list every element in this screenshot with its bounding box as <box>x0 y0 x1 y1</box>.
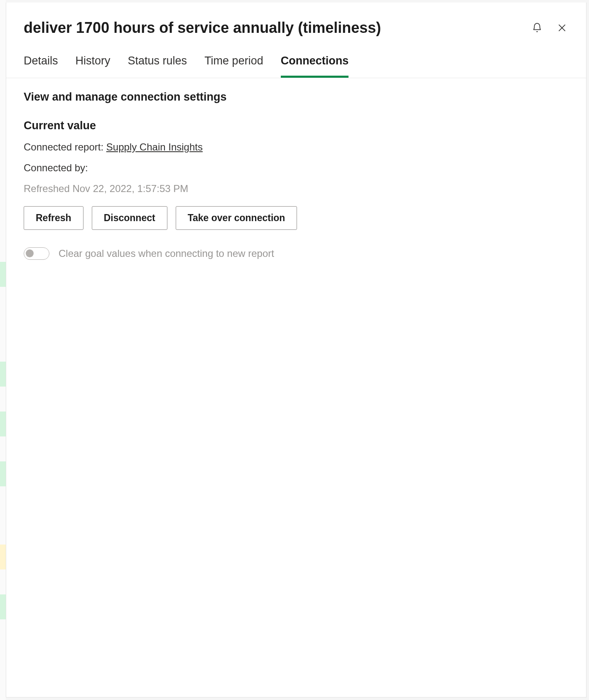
connected-report-link[interactable]: Supply Chain Insights <box>106 141 203 153</box>
connections-content: View and manage connection settings Curr… <box>6 78 586 697</box>
tab-history[interactable]: History <box>76 54 110 78</box>
refresh-button[interactable]: Refresh <box>24 206 83 230</box>
take-over-connection-button[interactable]: Take over connection <box>176 206 297 230</box>
button-row: Refresh Disconnect Take over connection <box>24 206 569 230</box>
strip-block <box>0 594 6 619</box>
section-title: View and manage connection settings <box>24 91 569 104</box>
strip-block <box>0 461 6 486</box>
bell-icon <box>532 22 542 33</box>
connected-report-label: Connected report: <box>24 141 106 153</box>
clear-values-toggle-label: Clear goal values when connecting to new… <box>59 248 274 259</box>
panel-title: deliver 1700 hours of service annually (… <box>24 18 381 38</box>
strip-block <box>0 412 6 436</box>
left-color-strip <box>0 0 6 700</box>
strip-block <box>0 362 6 387</box>
panel-header: deliver 1700 hours of service annually (… <box>6 2 586 38</box>
close-button[interactable] <box>555 21 569 35</box>
clear-values-toggle[interactable] <box>24 247 49 260</box>
notifications-button[interactable] <box>530 21 544 35</box>
tab-connections[interactable]: Connections <box>281 54 349 78</box>
tab-bar: Details History Status rules Time period… <box>6 38 586 78</box>
refreshed-timestamp: Refreshed Nov 22, 2022, 1:57:53 PM <box>24 183 569 195</box>
toggle-knob <box>26 249 34 257</box>
close-icon <box>557 22 567 33</box>
header-actions <box>530 21 569 35</box>
tab-status-rules[interactable]: Status rules <box>128 54 187 78</box>
connected-by-line: Connected by: <box>24 162 569 174</box>
strip-block <box>0 262 6 287</box>
disconnect-button[interactable]: Disconnect <box>92 206 167 230</box>
connected-report-line: Connected report: Supply Chain Insights <box>24 141 569 153</box>
tab-time-period[interactable]: Time period <box>204 54 263 78</box>
strip-block <box>0 545 6 569</box>
current-value-heading: Current value <box>24 119 569 132</box>
goal-detail-panel: deliver 1700 hours of service annually (… <box>6 2 587 698</box>
tab-details[interactable]: Details <box>24 54 58 78</box>
clear-values-toggle-row: Clear goal values when connecting to new… <box>24 247 569 260</box>
